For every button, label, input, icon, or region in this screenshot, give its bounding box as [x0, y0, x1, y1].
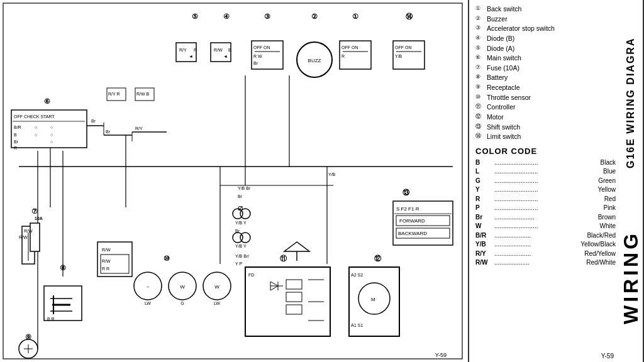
svg-text:R/Y: R/Y: [135, 126, 143, 131]
color-item-P: P ......................... Pink: [475, 204, 616, 212]
svg-text:A1  S1: A1 S1: [351, 323, 363, 327]
color-name-BR: Black/Red: [578, 231, 616, 240]
svg-text:A2  S2: A2 S2: [351, 273, 363, 277]
right-sidebar: ① Back switch ② Buzzer ③ Accelerator sto…: [468, 0, 644, 362]
component-label-5: Diode (A): [487, 45, 514, 53]
svg-text:○: ○: [50, 125, 53, 129]
component-num-7: ⑦: [475, 64, 487, 72]
svg-text:M: M: [371, 297, 375, 302]
color-letter-G: G: [475, 177, 494, 185]
color-dots-P: .........................: [494, 204, 578, 212]
component-item-8: ⑧ Battery: [475, 74, 616, 82]
component-list: ① Back switch ② Buzzer ③ Accelerator sto…: [475, 5, 616, 141]
component-label-6: Main switch: [487, 54, 521, 63]
page-reference: Y-59: [469, 350, 644, 362]
color-item-R: R ......................... Red: [475, 195, 616, 204]
component-num-5: ⑤: [475, 45, 487, 52]
color-dots-L: .........................: [494, 167, 578, 176]
color-item-RW: R/W .................... Red/White: [475, 258, 616, 267]
component-num-8: ⑧: [475, 74, 487, 81]
color-name-L: Blue: [578, 167, 616, 176]
component-num-11: ⑪: [475, 103, 487, 111]
svg-text:R: R: [194, 48, 197, 52]
component-num-14: ⑭: [475, 133, 487, 140]
color-name-RW: Red/White: [578, 258, 616, 267]
svg-text:Y/B Br: Y/B Br: [238, 186, 251, 190]
color-code-section: COLOR CODE B ......................... B…: [475, 146, 616, 267]
component-item-9: ⑨ Receptacle: [475, 84, 616, 92]
component-num-2: ②: [475, 15, 487, 23]
svg-text:①: ①: [352, 13, 358, 20]
svg-text:②: ②: [311, 13, 318, 20]
color-item-W: W ......................... White: [475, 222, 616, 231]
svg-text:⑤: ⑤: [192, 13, 198, 20]
color-dots-BR: .....................: [494, 231, 578, 240]
color-name-Br: Brown: [578, 213, 616, 222]
color-item-BR: B/R ..................... Black/Red: [475, 231, 616, 240]
color-item-Br: Br ....................... Brown: [475, 213, 616, 222]
svg-text:R  W: R W: [253, 54, 262, 58]
color-letter-B: B: [475, 158, 494, 167]
svg-text:⑭: ⑭: [406, 13, 413, 20]
component-item-13: ⑬ Shift switch: [475, 123, 616, 132]
component-label-1: Back switch: [487, 5, 521, 14]
color-name-W: White: [578, 222, 616, 231]
svg-text:R  R: R R: [102, 266, 109, 271]
component-item-2: ② Buzzer: [475, 15, 616, 24]
color-item-Y: Y ......................... Yellow: [475, 185, 616, 194]
svg-text:R/W: R/W: [19, 235, 28, 239]
color-name-P: Pink: [578, 204, 616, 212]
svg-text:G: G: [180, 301, 184, 305]
svg-text:B: B: [228, 48, 231, 52]
svg-text:Y/B  Y: Y/B Y: [235, 244, 247, 248]
color-name-G: Green: [578, 177, 616, 185]
svg-text:Br: Br: [106, 129, 111, 134]
component-item-6: ⑥ Main switch: [475, 54, 616, 63]
component-num-13: ⑬: [475, 123, 487, 131]
svg-text:B: B: [14, 133, 17, 137]
svg-text:B  R: B R: [47, 317, 55, 321]
svg-text:Br: Br: [253, 61, 258, 65]
color-dots-B: .........................: [494, 158, 578, 167]
component-label-13: Shift switch: [487, 123, 520, 132]
component-item-11: ⑪ Controller: [475, 103, 616, 112]
svg-text:OFF ON: OFF ON: [341, 45, 358, 50]
main-content: ⑤ R/Y ◄ R ④ R/W ◄ B ③ OFF ON R W Br ② BU…: [0, 0, 468, 362]
svg-rect-3: [176, 43, 196, 62]
color-dots-Y: .........................: [494, 185, 578, 194]
color-letter-RW: R/W: [475, 258, 494, 267]
g16e-label: G16E WIRING DIAGRA: [625, 38, 636, 168]
color-name-R: Red: [578, 195, 616, 204]
component-item-5: ⑤ Diode (A): [475, 45, 616, 53]
wiring-label: WIRING: [619, 231, 643, 324]
component-label-2: Buzzer: [487, 15, 508, 24]
color-letter-L: L: [475, 167, 494, 176]
svg-text:LW: LW: [145, 301, 151, 305]
svg-text:Y/B: Y/B: [328, 172, 336, 177]
component-item-3: ③ Accelerator stop switch: [475, 25, 616, 33]
component-num-9: ⑨: [475, 84, 487, 91]
svg-text:⑥: ⑥: [44, 97, 50, 105]
color-dots-RW: ....................: [494, 258, 578, 267]
svg-text:R: R: [14, 146, 17, 150]
color-dots-Br: .......................: [494, 213, 578, 222]
svg-rect-8: [211, 43, 231, 62]
component-item-4: ④ Diode (B): [475, 35, 616, 43]
color-item-G: G ......................... Green: [475, 177, 616, 185]
component-num-3: ③: [475, 25, 487, 32]
component-label-4: Diode (B): [487, 35, 514, 43]
component-label-11: Controller: [487, 103, 516, 112]
component-label-3: Accelerator stop switch: [487, 25, 555, 33]
component-label-8: Battery: [487, 74, 508, 82]
component-item-12: ⑫ Motor: [475, 113, 616, 122]
svg-text:R/Y: R/Y: [179, 48, 187, 52]
svg-text:④: ④: [223, 13, 230, 20]
component-item-14: ⑭ Limit switch: [475, 133, 616, 141]
color-name-YB: Yellow/Black: [578, 240, 616, 249]
color-letter-Y: Y: [475, 185, 494, 194]
svg-rect-66: [44, 286, 82, 321]
component-label-10: Throttle sensor: [487, 94, 531, 102]
svg-text:Y/B  Y: Y/B Y: [235, 221, 247, 225]
svg-text:Y/B: Y/B: [395, 54, 402, 58]
component-item-7: ⑦ Fuse (10A): [475, 64, 616, 73]
